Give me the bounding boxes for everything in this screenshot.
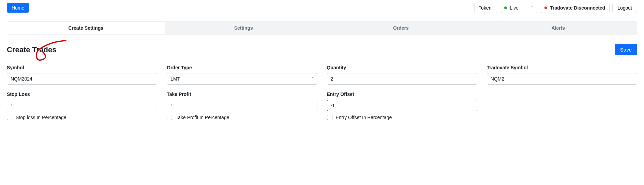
- field-order-type: Order Type ˅: [167, 65, 317, 85]
- page-title: Create Trades: [7, 45, 57, 54]
- tab-orders[interactable]: Orders: [322, 22, 480, 34]
- field-empty: [487, 91, 637, 120]
- token-button[interactable]: Token:: [474, 3, 497, 13]
- tradovate-symbol-input[interactable]: [487, 73, 637, 85]
- home-button[interactable]: Home: [7, 3, 29, 13]
- environment-select[interactable]: Live ˅: [500, 3, 537, 13]
- connection-status-label: Tradovate Disconnected: [550, 5, 605, 11]
- symbol-input[interactable]: [7, 73, 157, 85]
- quantity-label: Quantity: [327, 65, 477, 70]
- order-type-label: Order Type: [167, 65, 317, 70]
- quantity-input[interactable]: [327, 73, 477, 85]
- chevron-down-icon: ˅: [531, 6, 533, 10]
- tabs: Create Settings Settings Orders Alerts: [7, 22, 637, 34]
- field-take-profit: Take Profit Take Profit In Percentage: [167, 91, 317, 120]
- topbar-right: Token: Live ˅ Tradovate Disconnected Log…: [474, 3, 637, 13]
- tradovate-symbol-label: Tradovate Symbol: [487, 65, 637, 70]
- stop-loss-percentage-checkbox[interactable]: [7, 115, 12, 120]
- page-header: Create Trades Save: [7, 44, 637, 55]
- entry-offset-percentage-label: Entry Offset In Percentage: [336, 115, 392, 120]
- status-dot-icon: [504, 6, 507, 9]
- topbar: Home Token: Live ˅ Tradovate Disconnecte…: [0, 0, 644, 16]
- entry-offset-input[interactable]: [327, 100, 477, 111]
- order-type-select[interactable]: [167, 73, 317, 85]
- form-grid: Symbol Order Type ˅ Quantity Tradovate S…: [7, 65, 637, 120]
- take-profit-label: Take Profit: [167, 91, 317, 97]
- stop-loss-percentage-label: Stop loss In Percentage: [16, 115, 66, 120]
- connection-status: Tradovate Disconnected: [540, 3, 610, 13]
- environment-label: Live: [510, 5, 519, 11]
- tab-create-settings[interactable]: Create Settings: [7, 22, 165, 34]
- take-profit-percentage-label: Take Profit In Percentage: [176, 115, 229, 120]
- field-symbol: Symbol: [7, 65, 157, 85]
- take-profit-percentage-checkbox[interactable]: [167, 115, 172, 120]
- logout-button[interactable]: Logout: [612, 3, 637, 13]
- entry-offset-label: Entry Offset: [327, 91, 477, 97]
- take-profit-input[interactable]: [167, 100, 317, 111]
- field-entry-offset: Entry Offset Entry Offset In Percentage: [327, 91, 477, 120]
- field-stop-loss: Stop Loss Stop loss In Percentage: [7, 91, 157, 120]
- field-tradovate-symbol: Tradovate Symbol: [487, 65, 637, 85]
- field-quantity: Quantity: [327, 65, 477, 85]
- main-container: Create Settings Settings Orders Alerts C…: [0, 16, 644, 134]
- tab-settings[interactable]: Settings: [165, 22, 323, 34]
- symbol-label: Symbol: [7, 65, 157, 70]
- stop-loss-label: Stop Loss: [7, 91, 157, 97]
- entry-offset-percentage-checkbox[interactable]: [327, 115, 332, 120]
- stop-loss-input[interactable]: [7, 100, 157, 111]
- save-button[interactable]: Save: [615, 44, 637, 55]
- status-dot-icon: [544, 6, 547, 9]
- tab-alerts[interactable]: Alerts: [480, 22, 637, 34]
